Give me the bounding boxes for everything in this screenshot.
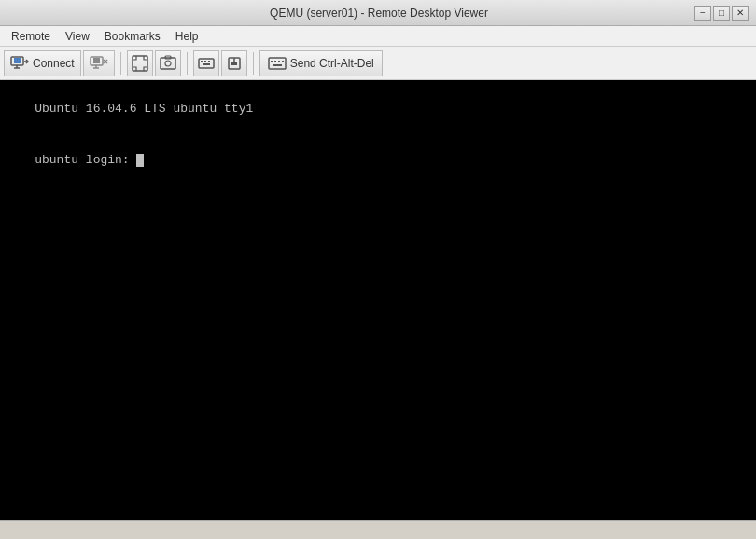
terminal-area[interactable]: Ubuntu 16.04.6 LTS ubuntu tty1 ubuntu lo… [0,80,756,520]
terminal-line1: Ubuntu 16.04.6 LTS ubuntu tty1 [35,102,253,116]
terminal-cursor [136,154,144,167]
toolbar-separator-2 [187,52,188,75]
close-button[interactable]: ✕ [732,6,749,21]
svg-point-13 [165,61,171,66]
window-controls: − □ ✕ [694,6,749,21]
title-bar: QEMU (server01) - Remote Desktop Viewer … [0,0,756,26]
keyboard-cad-icon [268,54,287,73]
menu-bar: Remote View Bookmarks Help [0,26,756,47]
disconnect-icon [90,54,108,73]
connect-label: Connect [33,57,75,70]
svg-rect-19 [203,63,210,65]
toolbar: Connect [0,47,756,80]
keyboard-icon [198,55,215,72]
svg-rect-27 [282,61,284,62]
connect-button[interactable]: Connect [4,50,81,76]
svg-rect-6 [93,58,100,63]
svg-rect-18 [208,61,210,62]
send-cad-label: Send Ctrl-Alt-Del [290,57,374,70]
fullscreen-button[interactable] [127,50,153,76]
menu-item-help[interactable]: Help [168,26,206,46]
fullscreen-icon [132,55,148,72]
keyboard-button[interactable] [193,50,219,76]
connect-icon [10,54,29,73]
send-cad-button[interactable]: Send Ctrl-Alt-Del [259,50,383,76]
terminal-line2: ubuntu login: [35,153,136,167]
screenshot-button[interactable] [155,50,181,76]
toolbar-separator-3 [253,52,254,75]
menu-item-view[interactable]: View [58,26,97,46]
terminal-content: Ubuntu 16.04.6 LTS ubuntu tty1 ubuntu lo… [6,84,750,186]
svg-rect-11 [133,56,147,71]
menu-item-bookmarks[interactable]: Bookmarks [97,26,168,46]
svg-rect-23 [269,58,286,69]
window-title: QEMU (server01) - Remote Desktop Viewer [63,7,694,20]
toolbar-separator-1 [120,52,121,75]
minimize-button[interactable]: − [694,6,711,21]
svg-rect-16 [201,61,203,62]
menu-item-remote[interactable]: Remote [4,26,58,46]
screenshot-icon [160,55,176,72]
status-bar [0,520,756,539]
svg-rect-28 [273,64,282,66]
svg-rect-24 [271,61,273,62]
svg-rect-17 [204,61,206,62]
disconnect-button[interactable] [83,50,115,76]
svg-rect-1 [14,58,21,63]
svg-rect-26 [278,61,280,62]
svg-rect-25 [274,61,276,62]
svg-rect-21 [231,62,237,65]
usb-icon [226,55,243,72]
restore-button[interactable]: □ [713,6,730,21]
svg-rect-12 [161,58,175,69]
usb-button[interactable] [221,50,247,76]
